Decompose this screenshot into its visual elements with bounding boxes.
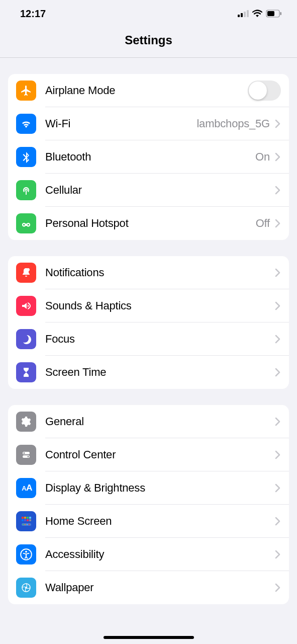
chevron-right-icon	[275, 417, 281, 426]
wifi-icon	[16, 114, 36, 134]
focus-icon	[16, 329, 36, 349]
row-label: Personal Hotspot	[45, 217, 256, 230]
svg-text:A: A	[26, 482, 33, 493]
svg-rect-6	[280, 12, 282, 15]
row-label: Airplane Mode	[45, 84, 248, 97]
section-general: General Control Center AA Display & Brig…	[8, 405, 289, 604]
accessibility-icon	[16, 544, 36, 565]
status-bar: 12:17	[0, 0, 297, 27]
row-focus[interactable]: Focus	[8, 323, 289, 356]
svg-rect-0	[238, 15, 240, 17]
chevron-right-icon	[275, 450, 281, 459]
row-label: Sounds & Haptics	[45, 299, 275, 312]
row-screen-time[interactable]: Screen Time	[8, 356, 289, 389]
row-label: Home Screen	[45, 515, 275, 528]
row-label: General	[45, 415, 275, 428]
svg-point-28	[25, 551, 27, 553]
svg-rect-5	[267, 11, 274, 16]
row-cellular[interactable]: Cellular	[8, 174, 289, 207]
row-label: Screen Time	[45, 366, 275, 379]
controlcenter-icon	[16, 445, 36, 465]
chevron-right-icon	[275, 368, 281, 377]
chevron-right-icon	[275, 550, 281, 559]
svg-point-11	[28, 456, 29, 457]
row-wallpaper[interactable]: Wallpaper	[8, 571, 289, 604]
page-title: Settings	[0, 33, 297, 47]
screentime-icon	[16, 362, 36, 382]
chevron-right-icon	[275, 301, 281, 310]
homescreen-icon	[16, 511, 36, 531]
cellular-icon	[16, 180, 36, 200]
status-time: 12:17	[20, 8, 46, 20]
svg-rect-1	[241, 13, 243, 17]
svg-rect-23	[23, 524, 24, 525]
display-icon: AA	[16, 478, 36, 498]
wallpaper-icon	[16, 578, 36, 598]
chevron-right-icon	[275, 152, 281, 162]
svg-rect-24	[25, 524, 26, 525]
row-accessibility[interactable]: Accessibility	[8, 538, 289, 571]
airplane-icon	[16, 80, 36, 101]
row-label: Wallpaper	[45, 581, 275, 594]
chevron-right-icon	[275, 583, 281, 592]
row-label: Focus	[45, 333, 275, 346]
home-indicator[interactable]	[104, 636, 194, 639]
row-label: Notifications	[45, 266, 275, 279]
row-airplane-mode[interactable]: Airplane Mode	[8, 74, 289, 107]
row-control-center[interactable]: Control Center	[8, 438, 289, 471]
svg-rect-19	[24, 519, 26, 521]
row-label: Control Center	[45, 448, 275, 461]
svg-rect-26	[29, 524, 30, 525]
chevron-right-icon	[275, 119, 281, 128]
svg-rect-15	[24, 517, 26, 519]
row-label: Display & Brightness	[45, 481, 275, 495]
svg-rect-17	[29, 517, 31, 519]
svg-rect-18	[22, 519, 24, 521]
chevron-right-icon	[275, 517, 281, 526]
svg-point-9	[24, 452, 25, 454]
svg-rect-3	[247, 10, 249, 17]
row-value: Off	[256, 217, 270, 230]
sounds-icon	[16, 296, 36, 316]
svg-point-7	[27, 268, 30, 271]
status-icons	[238, 10, 282, 18]
row-notifications[interactable]: Notifications	[8, 256, 289, 289]
row-display[interactable]: AA Display & Brightness	[8, 471, 289, 505]
hotspot-icon	[16, 213, 36, 233]
row-value: lambchops_5G	[196, 117, 270, 130]
svg-rect-20	[27, 519, 29, 521]
row-label: Bluetooth	[45, 150, 255, 164]
row-value: On	[255, 150, 270, 164]
svg-rect-21	[29, 519, 31, 521]
row-bluetooth[interactable]: Bluetooth On	[8, 140, 289, 174]
chevron-right-icon	[275, 484, 281, 493]
battery-icon	[266, 10, 282, 18]
airplane-toggle[interactable]	[248, 80, 281, 101]
row-home-screen[interactable]: Home Screen	[8, 505, 289, 538]
row-personal-hotspot[interactable]: Personal Hotspot Off	[8, 207, 289, 240]
svg-rect-25	[27, 524, 28, 525]
notifications-icon	[16, 263, 36, 283]
row-label: Cellular	[45, 184, 275, 197]
header: Settings	[0, 27, 297, 58]
row-label: Accessibility	[45, 548, 275, 561]
settings-list: Airplane Mode Wi-Fi lambchops_5G Bluetoo…	[0, 74, 297, 604]
svg-rect-14	[22, 517, 24, 519]
row-sounds[interactable]: Sounds & Haptics	[8, 289, 289, 323]
general-icon	[16, 412, 36, 432]
svg-rect-2	[244, 12, 246, 17]
bluetooth-icon	[16, 147, 36, 167]
wifi-status-icon	[252, 10, 263, 18]
chevron-right-icon	[275, 186, 281, 195]
row-general[interactable]: General	[8, 405, 289, 438]
row-label: Wi-Fi	[45, 117, 196, 130]
chevron-right-icon	[275, 268, 281, 277]
chevron-right-icon	[275, 219, 281, 228]
chevron-right-icon	[275, 335, 281, 344]
svg-rect-16	[27, 517, 29, 519]
cellular-signal-icon	[238, 10, 249, 17]
row-wifi[interactable]: Wi-Fi lambchops_5G	[8, 107, 289, 140]
section-notifications: Notifications Sounds & Haptics Focus Scr…	[8, 256, 289, 389]
section-connectivity: Airplane Mode Wi-Fi lambchops_5G Bluetoo…	[8, 74, 289, 240]
